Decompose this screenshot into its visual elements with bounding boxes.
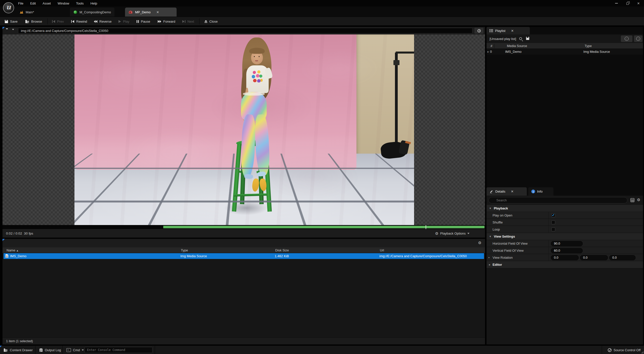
tab-compositing-demo[interactable]: M_CompositingDemo [70,8,114,17]
playlist-search-icon[interactable] [519,37,522,41]
details-pencil-icon [490,190,493,193]
asset-tab-bar: Main* M_CompositingDemo MP_Demo ✕ [0,7,644,17]
column-type[interactable]: Type [181,247,188,253]
rewind-button[interactable]: Rewind [71,17,87,26]
shuffle-label: Shuffle [493,219,503,226]
details-search-input[interactable] [489,197,627,203]
name-value-divider[interactable] [548,254,549,261]
play-on-open-checkbox[interactable] [551,213,555,217]
row-vfov: Vertical Field Of View 60.0 [487,247,643,254]
rotation-x-input[interactable]: 0.0 [551,255,579,260]
photo-child-eye [254,56,255,57]
name-value-divider[interactable] [548,226,549,233]
name-value-divider[interactable] [548,212,549,218]
playlist-column-source[interactable]: Media Source [507,43,527,49]
prev-label: Prev [57,20,64,23]
prev-circle-icon: ← [625,37,629,41]
unreal-logo-icon[interactable]: u [3,2,14,13]
menu-edit[interactable]: Edit [30,2,36,5]
pause-button[interactable]: Pause [136,17,150,26]
photo-child-waistband [243,92,265,95]
close-window-icon[interactable]: ✕ [633,0,644,7]
info-tab-label: Info [537,190,543,193]
playlist-save-icon[interactable] [526,37,529,41]
column-disk-size[interactable]: Disk Size [275,247,289,253]
content-drawer-button[interactable]: Content Drawer [4,346,33,354]
menu-tools[interactable]: Tools [76,2,84,5]
display-filter-icon[interactable] [630,198,634,202]
tab-details[interactable]: Details ✕ [487,187,527,196]
restore-icon[interactable] [622,0,633,7]
playlist-cell-source: IMS_Demo [505,49,521,55]
output-log-button[interactable]: Output Log [39,346,61,354]
close-details-tab-icon[interactable]: ✕ [511,190,514,193]
play-button[interactable]: Play [118,17,129,26]
playlist-column-index[interactable]: # [491,43,492,49]
row-expander-icon[interactable]: ▸ [488,49,489,55]
column-name[interactable]: Name ▲ [7,247,19,253]
source-control-button[interactable]: Source Control Off [608,346,640,354]
shuffle-checkbox[interactable] [551,220,555,224]
playlist-row[interactable]: ▸ 0 IMS_Demo Img Media Source [487,49,643,55]
menu-file[interactable]: File [18,2,23,5]
reverse-button[interactable]: Reverse [94,17,111,26]
menu-help[interactable]: Help [90,2,97,5]
next-button[interactable]: Next [182,17,194,26]
category-editor-label: Editor [493,263,502,267]
media-source-dropdown-icon[interactable] [12,30,14,34]
details-settings-icon[interactable]: ⚙ [637,198,640,202]
save-button[interactable]: Save [5,17,18,26]
pause-label: Pause [141,20,150,23]
library-status: 1 item (1 selected) [3,337,485,344]
resize-grip[interactable] [641,351,643,353]
tab-mp-demo[interactable]: MP_Demo ✕ [125,8,177,17]
playlist-column-type[interactable]: Type [585,43,592,49]
cmd-selector[interactable]: >_ Cmd [66,346,84,354]
playhead[interactable] [426,225,426,229]
rotation-z-input[interactable]: 0.0 [609,255,635,260]
name-value-divider[interactable] [548,240,549,247]
playlist-panel: Playlist ✕ [Unsaved play list] ← → # Med… [487,27,643,187]
media-url-input[interactable] [18,28,472,33]
photo-child-pant-leg [240,114,256,178]
close-playlist-tab-icon[interactable]: ✕ [511,29,514,33]
row-loop: Loop [487,226,643,233]
minimize-icon[interactable] [611,0,622,7]
prev-button[interactable]: Prev [52,17,64,26]
category-playback[interactable]: ▼ Playback [487,205,643,212]
library-column-header: Name ▲ Type Disk Size Url [3,247,485,253]
name-value-divider[interactable] [548,219,549,226]
source-control-label: Source Control Off [614,348,640,352]
menu-asset[interactable]: Asset [43,2,51,5]
menu-window[interactable]: Window [58,2,69,5]
browse-button[interactable]: Browse [25,17,42,26]
scrub-bar[interactable] [3,225,485,229]
tab-playlist[interactable]: Playlist ✕ [487,27,530,34]
previous-item-button[interactable]: ← [621,35,632,42]
column-divider [494,44,494,48]
library-settings-icon[interactable]: ⚙ [478,241,481,245]
category-editor[interactable]: ▸ Editor [487,261,643,268]
forward-button[interactable]: Forward [157,17,175,26]
photo-child-cuff [257,171,266,177]
next-item-button[interactable]: → [634,35,642,42]
rotation-y-input[interactable]: 0.0 [580,255,608,260]
playback-options-button[interactable]: ⚙ Playback Options [435,232,469,235]
tab-info[interactable]: i Info [528,187,553,196]
category-view-settings[interactable]: ▼ View Settings [487,233,643,240]
loop-checkbox[interactable] [551,228,555,231]
play-icon [118,20,121,23]
library-row-selected[interactable]: IMS_Demo Img Media Source 1.462 KiB img:… [4,253,484,259]
loop-label: Loop [493,226,500,233]
tab-main-level[interactable]: Main* [16,8,37,17]
vfov-input[interactable]: 60.0 [551,248,583,253]
hfov-input[interactable]: 90.0 [551,241,583,246]
chevron-down-icon [82,349,84,351]
expand-arrow-icon[interactable]: ▸ [489,256,490,259]
close-tab-icon[interactable]: ✕ [156,10,159,14]
history-button[interactable] [474,28,484,34]
name-value-divider[interactable] [548,247,549,254]
console-command-input[interactable] [85,347,152,353]
column-url[interactable]: Url [380,247,384,253]
close-media-button[interactable]: Close [204,17,218,26]
